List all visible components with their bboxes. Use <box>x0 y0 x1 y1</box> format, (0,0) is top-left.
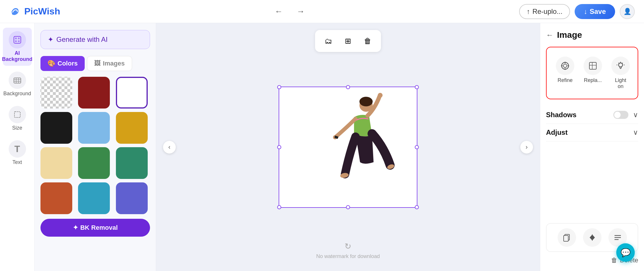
grid-tool-button[interactable]: ⊞ <box>340 33 356 48</box>
reupload-button[interactable]: ↑ Re-uplo... <box>519 4 570 19</box>
svg-rect-5 <box>14 78 21 83</box>
main-layout: AI Background Background Size <box>0 23 644 271</box>
handle-bottom-mid[interactable] <box>346 205 350 209</box>
color-dark-red[interactable] <box>78 77 110 109</box>
replace-icon <box>584 57 602 75</box>
sidebar-item-size[interactable]: Size <box>3 102 32 134</box>
svg-line-31 <box>622 63 623 63</box>
header: PicWish ← → ↑ Re-uplo... ↓ Save 👤 <box>0 0 644 23</box>
ai-background-label: AI Background <box>2 50 32 62</box>
save-button[interactable]: ↓ Save <box>575 4 615 19</box>
flip-bottom-button[interactable] <box>583 228 602 247</box>
removal-icon: ✦ <box>73 224 78 231</box>
save-icon: ↓ <box>584 8 587 16</box>
panel-title: Image <box>557 30 582 40</box>
shadows-label: Shadows <box>546 111 576 119</box>
copy-tool-button[interactable]: 🗂 <box>321 33 336 48</box>
svg-rect-0 <box>14 36 21 43</box>
color-green[interactable] <box>78 147 110 179</box>
adjust-chevron[interactable]: ∨ <box>633 128 638 137</box>
svg-rect-10 <box>14 112 20 117</box>
header-right: ↑ Re-uplo... ↓ Save 👤 <box>519 4 635 19</box>
svg-rect-24 <box>589 62 596 69</box>
handle-top-right[interactable] <box>415 85 419 89</box>
tab-images[interactable]: 🖼 Images <box>87 56 132 71</box>
color-beige[interactable] <box>40 147 72 179</box>
delete-tool-button[interactable]: 🗑 <box>360 33 375 48</box>
handle-mid-left[interactable] <box>277 145 281 149</box>
canvas-prev-button[interactable]: ‹ <box>163 141 176 154</box>
back-button[interactable]: ← <box>546 31 554 40</box>
logo: PicWish <box>9 6 60 17</box>
handle-top-mid[interactable] <box>346 85 350 89</box>
undo-button[interactable]: ← <box>272 5 285 18</box>
sidebar-item-ai-background[interactable]: AI Background <box>3 28 32 66</box>
svg-rect-2 <box>18 38 20 39</box>
images-icon: 🖼 <box>94 60 101 67</box>
color-yellow[interactable] <box>116 112 148 144</box>
right-panel: ← Image Refine <box>540 23 644 271</box>
tab-row: 🎨 Colors 🖼 Images <box>40 56 150 71</box>
text-label: Text <box>12 159 22 165</box>
adjust-label: Adjust <box>546 128 568 137</box>
tab-colors[interactable]: 🎨 Colors <box>40 56 85 71</box>
handle-mid-right[interactable] <box>415 145 419 149</box>
image-frame <box>279 87 417 208</box>
bg-removal-button[interactable]: ✦ BK Removal <box>40 219 150 237</box>
colors-icon: 🎨 <box>47 60 55 67</box>
ai-background-icon <box>9 31 26 48</box>
color-light-blue[interactable] <box>78 112 110 144</box>
sidebar-item-background[interactable]: Background <box>3 68 32 100</box>
light-on-label: Light on <box>611 77 630 89</box>
sparkle-icon: ✦ <box>48 35 53 44</box>
chat-icon: 💬 <box>621 248 631 257</box>
color-purple[interactable] <box>116 182 148 214</box>
tools-panel: ✦ Generate with AI 🎨 Colors 🖼 Images <box>35 23 156 271</box>
svg-rect-1 <box>15 38 17 39</box>
right-panel-header: ← Image <box>546 30 638 40</box>
subject-image <box>279 87 417 207</box>
handle-bottom-right[interactable] <box>415 205 419 209</box>
avatar-button[interactable]: 👤 <box>620 4 635 19</box>
color-orange-red[interactable] <box>40 182 72 214</box>
canvas-next-button[interactable]: › <box>520 141 533 154</box>
color-transparent[interactable] <box>40 77 72 109</box>
refine-icon <box>556 57 574 75</box>
background-label: Background <box>3 91 31 97</box>
svg-point-27 <box>619 63 623 67</box>
svg-line-32 <box>619 63 619 63</box>
shadows-toggle[interactable] <box>613 111 628 119</box>
upload-icon: ↑ <box>527 8 530 16</box>
handle-top-left[interactable] <box>277 85 281 89</box>
size-icon <box>9 106 26 123</box>
sidebar-item-text[interactable]: T Text <box>3 137 32 169</box>
shadows-chevron[interactable]: ∨ <box>633 111 638 119</box>
text-icon: T <box>9 140 26 158</box>
sidebar: AI Background Background Size <box>0 23 35 271</box>
redo-button[interactable]: → <box>294 5 307 18</box>
svg-rect-3 <box>15 40 17 42</box>
loading-icon: ↻ <box>345 242 351 251</box>
chat-button[interactable]: 💬 <box>616 243 635 262</box>
color-cyan[interactable] <box>78 182 110 214</box>
adjust-section: Adjust ∨ <box>546 124 638 141</box>
svg-rect-34 <box>564 236 568 241</box>
copy-bottom-button[interactable] <box>558 228 576 247</box>
replace-label: Repla... <box>584 77 602 83</box>
refine-tool[interactable]: Refine <box>552 53 578 93</box>
light-on-icon <box>611 57 630 75</box>
color-teal[interactable] <box>116 147 148 179</box>
color-white[interactable] <box>116 77 148 109</box>
generate-ai-button[interactable]: ✦ Generate with AI <box>40 30 150 49</box>
handle-bottom-left[interactable] <box>277 205 281 209</box>
light-on-tool[interactable]: Light on <box>608 53 633 93</box>
canvas-status: ↻ No watermark for download <box>316 242 380 259</box>
shadows-controls: ∨ <box>613 111 638 119</box>
color-black[interactable] <box>40 112 72 144</box>
image-tools-grid: Refine Repla... <box>546 47 638 99</box>
app-name: PicWish <box>24 6 60 17</box>
nav-controls: ← → <box>272 5 307 18</box>
svg-point-13 <box>378 93 383 98</box>
replace-tool[interactable]: Repla... <box>580 53 606 93</box>
canvas-area: 🗂 ⊞ 🗑 <box>156 23 540 271</box>
